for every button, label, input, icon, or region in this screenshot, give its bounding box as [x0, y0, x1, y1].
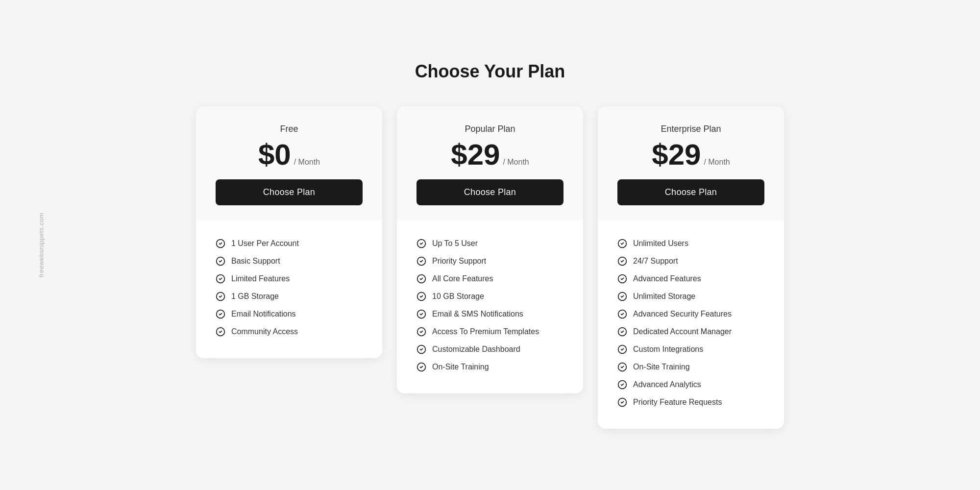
page-wrapper: Choose Your Plan Free$0/ MonthChoose Pla…: [74, 42, 906, 448]
feature-text: Unlimited Storage: [633, 292, 695, 301]
feature-item: Priority Feature Requests: [617, 393, 764, 411]
feature-text: Customizable Dashboard: [432, 345, 520, 354]
feature-text: Advanced Analytics: [633, 380, 701, 389]
check-circle-icon: [216, 327, 225, 337]
feature-item: Advanced Features: [617, 270, 764, 288]
feature-text: 1 User Per Account: [231, 239, 299, 248]
feature-text: Basic Support: [231, 257, 280, 266]
feature-item: Advanced Analytics: [617, 376, 764, 393]
plan-features-popular: Up To 5 User Priority Support All Core F…: [397, 220, 583, 393]
check-circle-icon: [416, 344, 426, 354]
check-circle-icon: [216, 239, 225, 248]
check-circle-icon: [216, 292, 225, 301]
check-circle-icon: [416, 327, 426, 337]
plan-header-free: Free$0/ MonthChoose Plan: [196, 106, 382, 220]
feature-item: Dedicated Account Manager: [617, 323, 764, 341]
check-circle-icon: [617, 256, 627, 266]
plan-header-enterprise: Enterprise Plan$29/ MonthChoose Plan: [598, 106, 784, 220]
feature-text: Unlimited Users: [633, 239, 688, 248]
choose-plan-button-enterprise[interactable]: Choose Plan: [617, 179, 764, 205]
check-circle-icon: [617, 397, 627, 407]
feature-item: Customizable Dashboard: [416, 341, 564, 358]
feature-text: All Core Features: [432, 274, 493, 283]
plan-price-enterprise: $29: [652, 140, 701, 170]
check-circle-icon: [617, 274, 627, 284]
check-circle-icon: [617, 344, 627, 354]
feature-text: On-Site Training: [633, 363, 690, 371]
check-circle-icon: [216, 309, 225, 319]
plan-price-popular: $29: [451, 140, 500, 170]
watermark-text: freewebsnippets.com: [38, 213, 45, 277]
plan-price-row-popular: $29/ Month: [416, 140, 564, 170]
check-circle-icon: [416, 239, 426, 248]
plan-features-free: 1 User Per Account Basic Support Limited…: [196, 220, 382, 358]
choose-plan-button-popular[interactable]: Choose Plan: [416, 179, 564, 205]
feature-text: Advanced Security Features: [633, 310, 732, 318]
feature-item: Up To 5 User: [416, 235, 564, 252]
plan-period-free: / Month: [294, 158, 320, 167]
check-circle-icon: [617, 239, 627, 248]
feature-item: 1 User Per Account: [216, 235, 363, 252]
feature-text: Custom Integrations: [633, 345, 703, 354]
feature-item: Custom Integrations: [617, 341, 764, 358]
feature-text: Limited Features: [231, 274, 290, 283]
feature-text: On-Site Training: [432, 363, 489, 371]
check-circle-icon: [416, 309, 426, 319]
check-circle-icon: [617, 309, 627, 319]
feature-text: Priority Feature Requests: [633, 398, 722, 407]
plan-price-row-free: $0/ Month: [216, 140, 363, 170]
feature-text: 1 GB Storage: [231, 292, 279, 301]
plan-card-free: Free$0/ MonthChoose Plan 1 User Per Acco…: [196, 106, 382, 358]
plan-card-enterprise: Enterprise Plan$29/ MonthChoose Plan Unl…: [598, 106, 784, 429]
feature-text: Community Access: [231, 327, 298, 336]
feature-item: Basic Support: [216, 252, 363, 270]
feature-item: Email & SMS Notifications: [416, 305, 564, 323]
feature-item: 24/7 Support: [617, 252, 764, 270]
feature-item: All Core Features: [416, 270, 564, 288]
plan-features-enterprise: Unlimited Users 24/7 Support Advanced Fe…: [598, 220, 784, 429]
plan-card-popular: Popular Plan$29/ MonthChoose Plan Up To …: [397, 106, 583, 393]
check-circle-icon: [617, 327, 627, 337]
check-circle-icon: [617, 362, 627, 372]
feature-item: Limited Features: [216, 270, 363, 288]
check-circle-icon: [416, 362, 426, 372]
feature-text: Email Notifications: [231, 310, 296, 318]
plan-price-free: $0: [258, 140, 291, 170]
check-circle-icon: [416, 256, 426, 266]
feature-item: Access To Premium Templates: [416, 323, 564, 341]
choose-plan-button-free[interactable]: Choose Plan: [216, 179, 363, 205]
plan-header-popular: Popular Plan$29/ MonthChoose Plan: [397, 106, 583, 220]
feature-item: Unlimited Storage: [617, 288, 764, 305]
plan-period-popular: / Month: [503, 158, 529, 167]
feature-text: 10 GB Storage: [432, 292, 484, 301]
feature-item: On-Site Training: [617, 358, 764, 376]
check-circle-icon: [216, 274, 225, 284]
plan-name-popular: Popular Plan: [416, 124, 564, 134]
feature-text: Up To 5 User: [432, 239, 478, 248]
feature-item: Advanced Security Features: [617, 305, 764, 323]
feature-item: 1 GB Storage: [216, 288, 363, 305]
feature-item: On-Site Training: [416, 358, 564, 376]
plan-period-enterprise: / Month: [704, 158, 730, 167]
plan-name-free: Free: [216, 124, 363, 134]
feature-text: 24/7 Support: [633, 257, 678, 266]
check-circle-icon: [216, 256, 225, 266]
check-circle-icon: [416, 274, 426, 284]
feature-text: Email & SMS Notifications: [432, 310, 523, 318]
feature-item: Email Notifications: [216, 305, 363, 323]
plan-name-enterprise: Enterprise Plan: [617, 124, 764, 134]
feature-text: Access To Premium Templates: [432, 327, 539, 336]
feature-item: Priority Support: [416, 252, 564, 270]
feature-item: Unlimited Users: [617, 235, 764, 252]
check-circle-icon: [416, 292, 426, 301]
plans-container: Free$0/ MonthChoose Plan 1 User Per Acco…: [103, 106, 877, 429]
check-circle-icon: [617, 380, 627, 390]
feature-item: Community Access: [216, 323, 363, 341]
plan-price-row-enterprise: $29/ Month: [617, 140, 764, 170]
feature-item: 10 GB Storage: [416, 288, 564, 305]
feature-text: Dedicated Account Manager: [633, 327, 732, 336]
feature-text: Priority Support: [432, 257, 486, 266]
page-title: Choose Your Plan: [103, 61, 877, 82]
check-circle-icon: [617, 292, 627, 301]
feature-text: Advanced Features: [633, 274, 701, 283]
